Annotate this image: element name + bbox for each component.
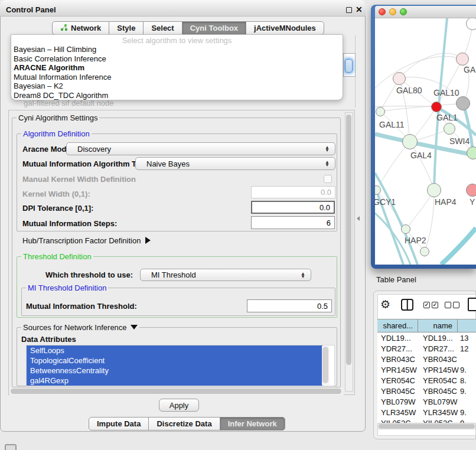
algorithm-option[interactable]: Bayesian – K2 bbox=[11, 81, 343, 91]
hub-definition-label: Hub/Transcription Factor Definition bbox=[22, 236, 141, 245]
table-cell: 9. bbox=[458, 387, 476, 396]
algorithm-dropdown-popup: Select algorithm to view settings Bayesi… bbox=[11, 34, 343, 100]
attribute-list-item[interactable]: gal4RGexp bbox=[27, 376, 322, 386]
network-node-gal11[interactable] bbox=[376, 107, 385, 116]
algorithm-option[interactable]: ARACNE Algorithm bbox=[11, 63, 343, 73]
tab-label: Infer Network bbox=[228, 419, 277, 428]
table-cell: YBL079W bbox=[377, 397, 418, 406]
tab-style[interactable]: Style bbox=[109, 21, 144, 35]
combo-focus-button[interactable] bbox=[345, 59, 353, 73]
data-attributes-label: Data Attributes bbox=[21, 335, 76, 344]
close-icon[interactable]: ✕ bbox=[356, 5, 363, 14]
column-layout-icon[interactable] bbox=[401, 299, 413, 311]
mi-steps-field[interactable]: 6 bbox=[251, 216, 335, 229]
collapse-down-icon[interactable] bbox=[131, 325, 138, 330]
algorithm-option[interactable]: Basic Correlation Inference bbox=[11, 54, 343, 64]
algorithm-option[interactable]: Mutual Information Inference bbox=[11, 73, 343, 82]
threshold-definition-legend: Threshold Definition bbox=[21, 252, 93, 261]
aracne-mode-combo[interactable]: Discovery ▲▼ bbox=[66, 142, 335, 155]
tab-jactivemnodules[interactable]: jActiveMNodules bbox=[246, 21, 324, 35]
list-scrollbar-thumb[interactable] bbox=[322, 347, 328, 383]
window-minimize-button[interactable] bbox=[389, 8, 396, 15]
table-horizontal-scrollbar-thumb[interactable] bbox=[379, 424, 475, 429]
algorithm-option[interactable]: Dream8 DC_TDC Algorithm bbox=[11, 91, 343, 100]
which-threshold-combo[interactable]: MI Threshold ▲▼ bbox=[140, 269, 311, 281]
gear-icon[interactable]: ⚙ bbox=[380, 298, 390, 311]
column-header-cut[interactable] bbox=[458, 319, 476, 332]
network-node-gal80[interactable] bbox=[393, 72, 406, 85]
dpi-tolerance-field[interactable]: 0.0 bbox=[251, 201, 335, 214]
mi-type-value: Naive Bayes bbox=[146, 159, 190, 168]
table-row[interactable]: YLR345WYLR345W9. bbox=[377, 407, 476, 418]
node-label: GAL bbox=[464, 65, 476, 74]
horizontal-scrollbar-thumb[interactable] bbox=[11, 389, 341, 394]
sources-title: Sources for Network Inference bbox=[23, 323, 127, 332]
kernel-width-field[interactable]: 0.0 bbox=[251, 186, 335, 198]
table-row[interactable]: YDR27...YDR27...12 bbox=[377, 343, 476, 354]
network-node[interactable] bbox=[466, 18, 476, 30]
corner-button[interactable] bbox=[5, 444, 17, 450]
tab-cyni-toolbox[interactable]: Cyni Toolbox bbox=[182, 21, 246, 35]
network-icon bbox=[60, 24, 68, 33]
tab-label: Network bbox=[71, 24, 101, 32]
table-row[interactable]: YPR145WYPR145W9. bbox=[377, 364, 476, 375]
table-row[interactable]: YDL19...YDL19...13 bbox=[377, 332, 476, 343]
network-node-gal[interactable] bbox=[456, 53, 469, 66]
table-panel-title: Table Panel bbox=[376, 275, 416, 284]
tab-infer-network[interactable]: Infer Network bbox=[220, 417, 285, 431]
column-header-name[interactable]: name bbox=[418, 319, 458, 332]
node-label: GAL1 bbox=[436, 113, 458, 122]
window-zoom-button[interactable] bbox=[400, 8, 407, 15]
table-row[interactable]: YBR045CYBR045C9. bbox=[377, 386, 476, 396]
float-window-icon[interactable] bbox=[346, 7, 352, 13]
manual-kernel-checkbox[interactable] bbox=[324, 175, 332, 183]
node-label: HAP4 bbox=[435, 197, 457, 207]
vertical-scrollbar-thumb[interactable] bbox=[346, 115, 351, 365]
table-row[interactable]: YER054CYER054C8. bbox=[377, 375, 476, 386]
list-scrollbar[interactable] bbox=[322, 346, 330, 385]
attribute-list-item[interactable]: TopologicalCoefficient bbox=[27, 356, 322, 366]
table-row[interactable]: YBR043CYBR043C bbox=[377, 354, 476, 364]
table-cell: YPR145W bbox=[418, 366, 458, 374]
network-node-swi4[interactable] bbox=[467, 146, 476, 159]
network-node-hap2[interactable] bbox=[401, 224, 410, 234]
select-all-checkbox-icon[interactable]: ✓ bbox=[423, 302, 430, 308]
table-cell: YDR27... bbox=[418, 344, 458, 353]
select-all-checkbox-icon[interactable]: ✓ bbox=[432, 302, 438, 308]
mi-type-combo[interactable]: Naive Bayes ▲▼ bbox=[135, 157, 335, 170]
network-node-gal10[interactable] bbox=[431, 102, 442, 112]
splitter-arrow-icon[interactable] bbox=[357, 216, 360, 221]
sources-legend[interactable]: Sources for Network Inference bbox=[21, 323, 139, 332]
tab-label: Cyni Toolbox bbox=[190, 24, 238, 32]
network-node-gal4[interactable] bbox=[402, 134, 418, 149]
table-cell: 9. bbox=[458, 366, 476, 374]
network-node-y[interactable] bbox=[466, 184, 476, 197]
tab-impute-data[interactable]: Impute Data bbox=[89, 417, 149, 431]
tab-network[interactable]: Network bbox=[52, 21, 109, 35]
table-row[interactable]: YBL079WYBL079W bbox=[377, 397, 476, 407]
network-node[interactable] bbox=[420, 247, 429, 256]
network-node[interactable] bbox=[456, 96, 470, 110]
attribute-list-item[interactable]: SelfLoops bbox=[27, 345, 322, 356]
tab-select[interactable]: Select bbox=[143, 21, 182, 35]
attribute-list-item[interactable]: BetweennessCentrality bbox=[27, 366, 322, 376]
expand-right-icon[interactable] bbox=[145, 237, 151, 244]
deselect-all-checkbox-icon[interactable] bbox=[445, 302, 451, 308]
combo-spinner-icon: ▲▼ bbox=[325, 161, 330, 167]
column-header-shared-name[interactable]: shared... bbox=[377, 319, 418, 332]
document-icon[interactable] bbox=[468, 298, 476, 311]
tab-discretize-data[interactable]: Discretize Data bbox=[148, 417, 220, 431]
network-canvas[interactable]: GALGAL80GAL10GAL11GAL1GAL4SWI4GCY1HAP4YH… bbox=[375, 18, 476, 265]
table-body: YDL19...YDL19...13YDR27...YDR27...12YBR0… bbox=[377, 332, 476, 423]
network-node-hap4[interactable] bbox=[427, 183, 441, 197]
network-node-gal1[interactable] bbox=[444, 123, 455, 135]
data-attributes-list: SelfLoopsTopologicalCoefficientBetweenne… bbox=[26, 345, 335, 386]
hub-definition-expander[interactable]: Hub/Transcription Factor Definition bbox=[22, 236, 151, 245]
window-close-button[interactable] bbox=[379, 8, 386, 15]
table-cell: YLR345W bbox=[418, 408, 458, 417]
mi-threshold-field[interactable]: 0.5 bbox=[247, 299, 332, 312]
algorithm-option[interactable]: Bayesian – Hill Climbing bbox=[11, 45, 343, 54]
apply-button[interactable]: Apply bbox=[159, 399, 199, 412]
deselect-all-checkbox-icon[interactable] bbox=[453, 302, 459, 308]
table-cell: 9. bbox=[458, 408, 476, 417]
